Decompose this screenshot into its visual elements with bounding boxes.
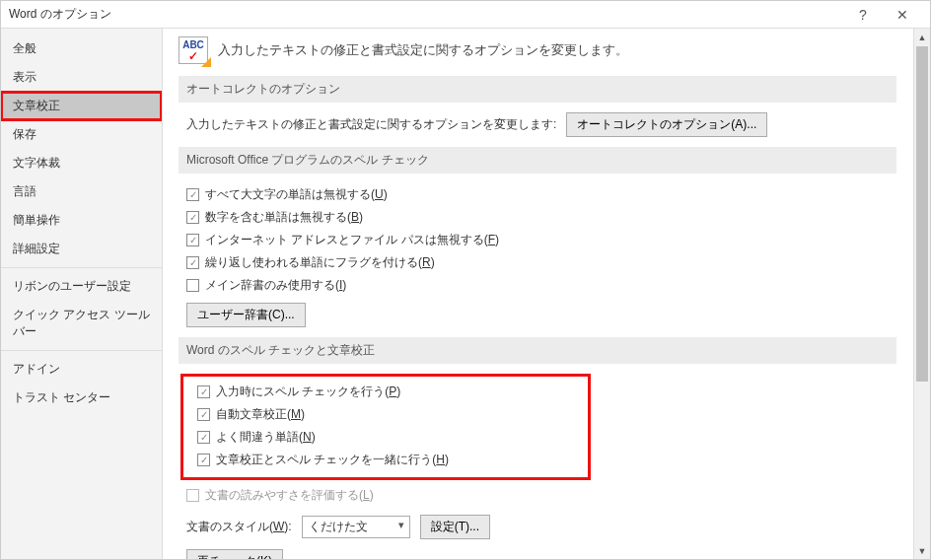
checkbox-icon (197, 431, 210, 444)
checkbox-icon (186, 234, 199, 246)
settings-button[interactable]: 設定(T)... (420, 515, 490, 539)
check-auto-proof[interactable]: 自動文章校正(M) (189, 403, 582, 426)
check-confused-words[interactable]: よく間違う単語(N) (189, 426, 582, 449)
sidebar-item-general[interactable]: 全般 (1, 35, 162, 63)
checkbox-icon (186, 211, 199, 224)
section-office-spell: Microsoft Office プログラムのスペル チェック (179, 147, 896, 174)
section-word-proof: Word のスペル チェックと文章校正 (179, 337, 896, 364)
content-panel: ABC ✓ 入力したテキストの修正と書式設定に関するオプションを変更します。 オ… (163, 29, 912, 559)
style-label: 文書のスタイル(W): (186, 519, 292, 535)
window-title: Word のオプション (9, 6, 843, 23)
sidebar-item-language[interactable]: 言語 (1, 177, 162, 206)
sidebar-item-trustcenter[interactable]: トラスト センター (1, 384, 162, 412)
sidebar-item-addins[interactable]: アドイン (1, 355, 162, 384)
sidebar-item-display[interactable]: 表示 (1, 63, 162, 92)
check-spell-on-type[interactable]: 入力時にスペル チェックを行う(P) (189, 381, 582, 403)
close-button[interactable]: ✕ (883, 1, 922, 29)
checkbox-icon (186, 489, 199, 502)
checkbox-icon (186, 256, 199, 269)
recheck-button[interactable]: 再チェック(K) (186, 549, 283, 559)
scroll-thumb[interactable] (916, 46, 928, 382)
sidebar: 全般 表示 文章校正 保存 文字体裁 言語 簡単操作 詳細設定 リボンのユーザー… (1, 29, 163, 559)
proofing-icon: ABC ✓ (179, 36, 208, 64)
scroll-up-icon[interactable]: ▲ (914, 29, 930, 45)
sidebar-item-advanced[interactable]: 詳細設定 (1, 235, 162, 263)
style-select[interactable]: くだけた文 (302, 516, 410, 538)
titlebar: Word のオプション ? ✕ (1, 1, 930, 29)
check-readability[interactable]: 文書の読みやすさを評価する(L) (179, 484, 896, 507)
sidebar-item-easeofaccess[interactable]: 簡単操作 (1, 206, 162, 235)
checkbox-icon (197, 385, 210, 398)
sidebar-item-typography[interactable]: 文字体裁 (1, 149, 162, 177)
checkbox-icon (186, 188, 199, 201)
check-icon: ✓ (188, 50, 198, 62)
check-repeated[interactable]: 繰り返し使われる単語にフラグを付ける(R) (179, 251, 896, 274)
autocorrect-options-button[interactable]: オートコレクトのオプション(A)... (566, 112, 767, 137)
check-uppercase[interactable]: すべて大文字の単語は無視する(U) (179, 183, 896, 206)
check-grammar-with-spell[interactable]: 文章校正とスペル チェックを一緒に行う(H) (189, 449, 582, 471)
autocorrect-desc: 入力したテキストの修正と書式設定に関するオプションを変更します: (186, 116, 556, 133)
check-numbers[interactable]: 数字を含む単語は無視する(B) (179, 206, 896, 229)
check-internet[interactable]: インターネット アドレスとファイル パスは無視する(F) (179, 229, 896, 251)
vertical-scrollbar[interactable]: ▲ ▼ (913, 29, 930, 559)
sidebar-item-ribbon[interactable]: リボンのユーザー設定 (1, 272, 162, 301)
sidebar-item-qat[interactable]: クイック アクセス ツール バー (1, 301, 162, 346)
highlight-box-proofing: 入力時にスペル チェックを行う(P) 自動文章校正(M) よく間違う単語(N) … (180, 374, 591, 480)
heading-text: 入力したテキストの修正と書式設定に関するオプションを変更します。 (218, 41, 628, 59)
section-autocorrect: オートコレクトのオプション (179, 76, 896, 103)
user-dict-button[interactable]: ユーザー辞書(C)... (186, 303, 306, 327)
scroll-down-icon[interactable]: ▼ (914, 542, 930, 559)
checkbox-icon (197, 408, 210, 421)
checkbox-icon (197, 454, 210, 466)
help-button[interactable]: ? (843, 1, 883, 29)
sidebar-separator (1, 267, 162, 268)
sidebar-item-save[interactable]: 保存 (1, 120, 162, 149)
sidebar-separator (1, 350, 162, 351)
check-mainonly[interactable]: メイン辞書のみ使用する(I) (179, 274, 896, 297)
checkbox-icon (186, 279, 199, 292)
sidebar-item-proofing[interactable]: 文章校正 (1, 92, 162, 120)
